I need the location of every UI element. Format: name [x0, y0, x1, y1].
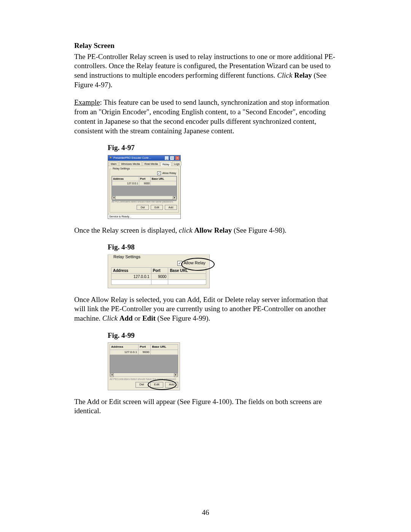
table-row [112, 280, 206, 284]
table-row[interactable]: 127.0.0.1 9000 [110, 350, 178, 355]
add-button[interactable]: Add [165, 205, 177, 210]
cell-address: 127.0.0.1 [110, 350, 139, 355]
col-port: Port [139, 177, 150, 181]
allow-relay-checkbox[interactable]: ✓ [177, 261, 182, 266]
col-baseurl: Base URL [151, 177, 177, 181]
relay-note: All PEControllers listed should have the… [110, 377, 178, 381]
horizontal-scrollbar[interactable]: ◄ ► [112, 196, 177, 199]
edit-button[interactable]: Edit [151, 205, 163, 210]
allow-relay-label: Allow Relay [162, 172, 176, 174]
section-heading: Relay Screen [74, 42, 115, 50]
scroll-left-icon[interactable]: ◄ [110, 373, 114, 377]
cell-baseurl [168, 273, 206, 280]
col-baseurl: Base URL [168, 267, 206, 273]
col-port: Port [151, 267, 168, 273]
relay-settings-fieldset: Relay Settings ✓Allow Relay Address Port… [110, 169, 179, 212]
allow-relay-label: Allow Relay [184, 260, 206, 265]
text-edit: Edit [142, 314, 156, 322]
tab-main[interactable]: Main [109, 161, 118, 166]
text: : This feature can be used to send launc… [74, 98, 329, 134]
col-address: Address [112, 267, 151, 273]
paragraph-allow-relay: Once the Relay screen is displayed, clic… [74, 226, 337, 235]
tab-logs[interactable]: Logs [172, 161, 182, 166]
fieldset-legend: Relay Settings [112, 167, 131, 170]
col-port: Port [139, 345, 151, 350]
cell-port: 9000 [139, 350, 151, 355]
relay-table: Address Port Base URL 127.0.0.1 9000 [110, 344, 178, 355]
cell-port: 9000 [139, 181, 150, 186]
example-label: Example [74, 98, 100, 106]
text-relay: Relay [294, 71, 312, 79]
close-button[interactable]: × [175, 156, 180, 160]
cell-port: 9000 [151, 273, 168, 280]
app-icon: ✦ [109, 156, 112, 160]
scroll-right-icon[interactable]: ► [173, 196, 177, 200]
cell-baseurl [151, 350, 178, 355]
minimize-button[interactable]: _ [164, 156, 169, 160]
scroll-left-icon[interactable]: ◄ [112, 196, 116, 200]
tab-windows-media[interactable]: Windows Media [119, 161, 142, 166]
text-allow-relay: Allow Relay [194, 226, 232, 234]
text-click: click [179, 226, 194, 234]
figure-caption-97: Fig. 4-97 [108, 143, 337, 153]
figure-98-panel: Relay Settings ✓Allow Relay Address Port… [108, 254, 210, 288]
tab-real-media[interactable]: Real Media [143, 161, 160, 166]
figure-99-panel: Address Port Base URL 127.0.0.1 9000 ◄ ►… [108, 342, 180, 390]
page-number: 46 [0, 508, 411, 518]
figure-97-window: ✦ PresenterPRO Encoder Contr… _ □ × Main… [108, 155, 181, 219]
col-baseurl: Base URL [151, 345, 178, 350]
cell-baseurl [151, 181, 177, 186]
window-title: PresenterPRO Encoder Contr… [113, 156, 164, 160]
fieldset-legend: Relay Settings [112, 254, 142, 259]
text: (See Figure 4-98). [232, 226, 287, 234]
tab-relay[interactable]: Relay [161, 162, 171, 166]
maximize-button[interactable]: □ [170, 156, 174, 160]
text: (See Figure 4-99). [156, 314, 210, 322]
text-add: Add [119, 314, 133, 322]
figure-caption-98: Fig. 4-98 [108, 243, 337, 252]
paragraph-example: Example: This feature can be used to sen… [74, 98, 337, 136]
table-row[interactable]: 127.0.0.1 9000 [112, 273, 206, 280]
figure-caption-99: Fig. 4-99 [108, 331, 337, 340]
paragraph-closing: The Add or Edit screen will appear (See … [74, 397, 337, 416]
paragraph-intro: The PE-Controller Relay screen is used t… [74, 52, 337, 90]
relay-table: Address Port Base URL 127.0.0.1 9000 ◄ [112, 176, 177, 200]
col-address: Address [110, 345, 139, 350]
relay-table: Address Port Base URL 127.0.0.1 9000 [111, 267, 206, 285]
scroll-right-icon[interactable]: ► [174, 373, 178, 377]
text: Once the Relay screen is displayed, [74, 226, 179, 234]
tab-row: Main Windows Media Real Media Relay Logs [108, 161, 180, 166]
edit-button[interactable]: Edit [150, 382, 163, 387]
allow-relay-checkbox[interactable]: ✓ [157, 171, 161, 175]
window-titlebar: ✦ PresenterPRO Encoder Contr… _ □ × [108, 155, 180, 161]
paragraph-add-edit: Once Allow Relay is selected, you can Ad… [74, 295, 337, 323]
cell-address: 127.0.0.1 [112, 273, 151, 280]
cell-address: 127.0.0.1 [112, 181, 139, 186]
add-button[interactable]: Add [165, 382, 178, 387]
text-click: Click [102, 314, 119, 322]
text: or [133, 314, 142, 322]
status-bar: Service is Ready... [108, 214, 180, 219]
del-button[interactable]: Del [137, 205, 149, 210]
table-row[interactable]: 127.0.0.1 9000 [112, 181, 177, 186]
horizontal-scrollbar[interactable]: ◄ ► [110, 373, 178, 377]
del-button[interactable]: Del [135, 382, 148, 387]
col-address: Address [112, 177, 139, 181]
text-click: Click [277, 71, 294, 79]
